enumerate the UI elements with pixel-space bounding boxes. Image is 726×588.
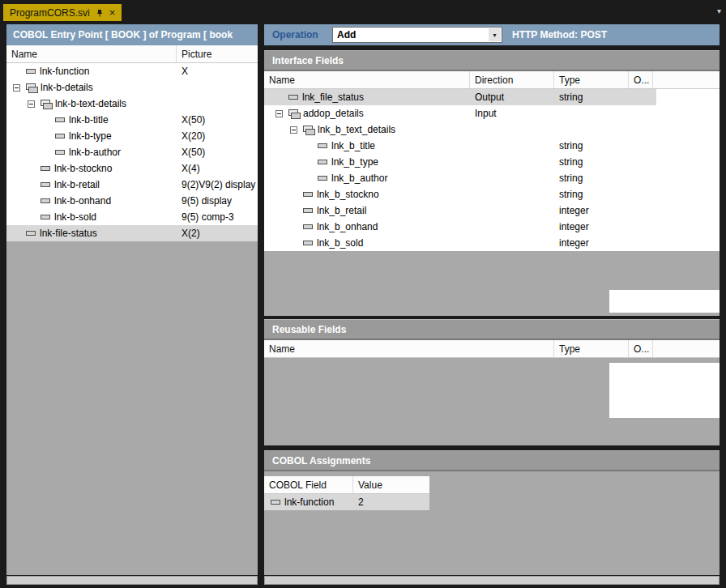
column-header-cobol-field[interactable]: COBOL Field bbox=[264, 476, 353, 493]
direction-value bbox=[470, 219, 554, 235]
table-row[interactable]: lnk-b-retail 9(2)V9(2) display bbox=[6, 177, 258, 193]
table-row[interactable]: addop_details Input bbox=[264, 105, 720, 121]
table-row[interactable]: lnk_b_author string bbox=[264, 170, 720, 186]
picture-value: X(2) bbox=[177, 225, 258, 241]
direction-value: Output bbox=[470, 89, 554, 105]
type-value bbox=[554, 121, 629, 138]
field-name: lnk_b_stockno bbox=[317, 189, 379, 200]
field-name: lnk_b_onhand bbox=[317, 221, 378, 232]
column-header-occurs[interactable]: O... bbox=[629, 71, 653, 88]
field-name: addop_details bbox=[303, 108, 364, 119]
table-row[interactable]: lnk-b-stockno X(4) bbox=[6, 160, 258, 177]
table-row-selected[interactable]: lnk-function 2 bbox=[264, 494, 429, 510]
field-name: lnk-b-retail bbox=[54, 179, 100, 190]
type-value: string bbox=[554, 170, 629, 186]
horizontal-scrollbar[interactable] bbox=[6, 576, 258, 585]
field-icon bbox=[26, 69, 36, 74]
table-row[interactable]: lnk_b_type string bbox=[264, 154, 720, 170]
table-row[interactable]: lnk-function X bbox=[6, 63, 258, 79]
field-icon bbox=[55, 134, 65, 138]
table-row-selected[interactable]: lnk_file_status Output string bbox=[264, 89, 720, 105]
field-icon bbox=[41, 198, 50, 203]
ide-window: ProgramCORS.svi × ▾ COBOL Entry Point [ … bbox=[0, 0, 726, 588]
picture-value: 9(5) comp-3 bbox=[177, 209, 258, 225]
field-name: lnk_b_retail bbox=[317, 205, 366, 216]
column-header-value[interactable]: Value bbox=[353, 476, 429, 493]
column-header-filler bbox=[653, 71, 720, 88]
field-name: lnk-function bbox=[40, 66, 89, 77]
table-row[interactable]: lnk_b_sold integer bbox=[264, 235, 720, 251]
direction-value bbox=[470, 202, 554, 219]
column-header-type[interactable]: Type bbox=[554, 71, 629, 88]
picture-value: 9(5) display bbox=[177, 193, 258, 209]
table-row-selected[interactable]: lnk-file-status X(2) bbox=[6, 225, 258, 241]
direction-value bbox=[470, 154, 554, 170]
column-header-name[interactable]: Name bbox=[6, 45, 177, 62]
field-name: lnk-file-status bbox=[40, 228, 97, 239]
document-tab[interactable]: ProgramCORS.svi × bbox=[3, 4, 122, 21]
table-row[interactable]: lnk_b_text_details bbox=[264, 121, 720, 138]
table-row[interactable]: lnk-b-onhand 9(5) display bbox=[6, 193, 258, 209]
column-header-name[interactable]: Name bbox=[264, 340, 554, 357]
type-value: integer bbox=[554, 235, 629, 251]
field-name: lnk_file_status bbox=[302, 92, 364, 103]
picture-value bbox=[177, 96, 258, 112]
http-method-label: HTTP Method: POST bbox=[512, 29, 607, 40]
picture-value: X(50) bbox=[177, 144, 258, 160]
table-row[interactable]: lnk-b-title X(50) bbox=[6, 112, 258, 128]
table-header-row: COBOL Field Value bbox=[264, 476, 429, 494]
direction-value bbox=[470, 170, 554, 186]
field-name: lnk-b-onhand bbox=[54, 195, 111, 207]
dropdown-arrow-icon[interactable]: ▼ bbox=[489, 28, 501, 41]
entry-point-table: Name Picture lnk-function X lnk-b-detail… bbox=[6, 45, 258, 241]
table-row[interactable]: lnk_b_onhand integer bbox=[264, 219, 720, 235]
table-row[interactable]: lnk_b_stockno string bbox=[264, 186, 720, 202]
collapse-toggle-icon[interactable] bbox=[275, 110, 283, 117]
direction-value bbox=[470, 235, 554, 251]
column-header-name[interactable]: Name bbox=[264, 71, 470, 88]
field-name: lnk-b-text-details bbox=[55, 98, 126, 109]
horizontal-scrollbar[interactable] bbox=[264, 576, 720, 585]
close-icon[interactable]: × bbox=[109, 9, 116, 17]
panel-title: COBOL Entry Point [ BOOK ] of Program [ … bbox=[6, 24, 258, 45]
column-header-type[interactable]: Type bbox=[554, 340, 629, 357]
type-value: integer bbox=[554, 202, 629, 219]
table-row[interactable]: lnk-b-text-details bbox=[6, 96, 258, 112]
type-value: string bbox=[554, 89, 629, 105]
section-title: Reusable Fields bbox=[264, 319, 720, 340]
column-header-filler bbox=[653, 340, 720, 357]
table-row[interactable]: lnk-b-details bbox=[6, 79, 258, 96]
table-row[interactable]: lnk_b_title string bbox=[264, 138, 720, 154]
section-title: COBOL Assignments bbox=[264, 450, 720, 471]
field-icon bbox=[303, 224, 313, 229]
collapse-toggle-icon[interactable] bbox=[28, 100, 35, 108]
table-row[interactable]: lnk_b_retail integer bbox=[264, 202, 720, 219]
reusable-fields-table: Name Type O... bbox=[264, 340, 720, 358]
field-name: lnk_b_sold bbox=[317, 237, 363, 249]
empty-cell-area bbox=[609, 290, 720, 313]
column-header-occurs[interactable]: O... bbox=[629, 340, 653, 357]
table-header-row: Name Picture bbox=[6, 45, 258, 63]
cobol-entry-point-panel: COBOL Entry Point [ BOOK ] of Program [ … bbox=[6, 24, 258, 575]
column-header-picture[interactable]: Picture bbox=[177, 45, 258, 62]
table-row[interactable]: lnk-b-author X(50) bbox=[6, 144, 258, 160]
section-title: Interface Fields bbox=[264, 50, 720, 71]
picture-value: X(50) bbox=[177, 112, 258, 128]
collapse-toggle-icon[interactable] bbox=[290, 126, 297, 134]
field-icon bbox=[318, 143, 327, 148]
table-header-row: Name Direction Type O... bbox=[264, 71, 720, 89]
collapse-toggle-icon[interactable] bbox=[13, 84, 20, 92]
column-header-direction[interactable]: Direction bbox=[470, 71, 554, 88]
group-icon bbox=[303, 126, 314, 134]
chevron-down-icon[interactable]: ▾ bbox=[717, 6, 721, 15]
pin-icon[interactable] bbox=[96, 9, 104, 17]
table-row[interactable]: lnk-b-type X(20) bbox=[6, 128, 258, 144]
field-name: lnk-b-author bbox=[69, 147, 121, 158]
field-icon bbox=[318, 176, 327, 181]
cobol-assignments-table: COBOL Field Value lnk-function 2 bbox=[264, 476, 429, 510]
type-value: integer bbox=[554, 219, 629, 235]
table-row[interactable]: lnk-b-sold 9(5) comp-3 bbox=[6, 209, 258, 225]
operation-select[interactable]: Add ▼ bbox=[332, 27, 502, 43]
group-icon bbox=[288, 109, 300, 118]
operation-label: Operation bbox=[272, 29, 318, 40]
